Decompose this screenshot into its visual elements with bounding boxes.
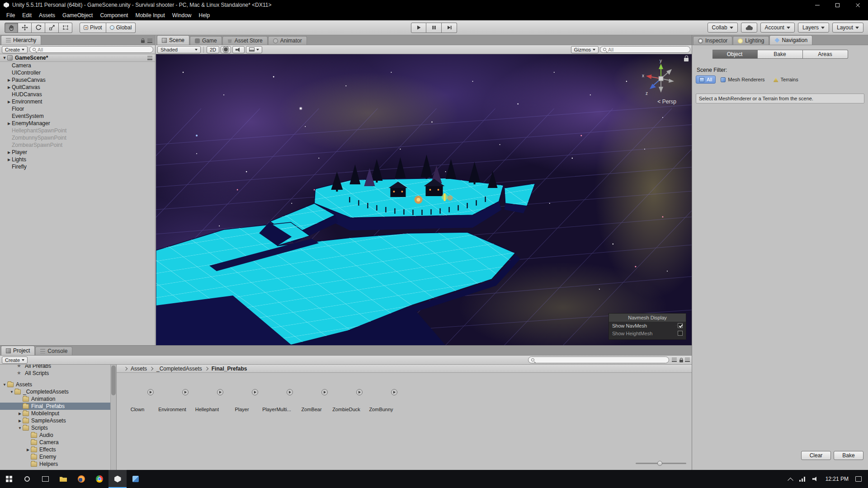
hierarchy-create-button[interactable]: Create — [2, 46, 28, 53]
asset-item[interactable]: ZombieDuck — [333, 379, 360, 412]
scene-header-row[interactable]: ▼ GameScene* — [0, 54, 155, 62]
scene-filter-button[interactable]: Terrains — [770, 75, 802, 84]
taskbar-app-icon[interactable] — [72, 470, 90, 488]
scene-filter-button[interactable]: Mesh Renderers — [717, 75, 768, 84]
taskbar-clock[interactable]: 12:21 PM — [826, 476, 849, 482]
expand-arrow-icon[interactable]: ▶ — [6, 100, 12, 104]
checkbox[interactable] — [678, 331, 683, 336]
slider-thumb[interactable] — [657, 461, 662, 466]
project-tree-item[interactable]: Final_Prefabs — [0, 403, 116, 410]
scene-search-input[interactable]: All — [600, 46, 690, 53]
scrollbar-thumb[interactable] — [111, 366, 116, 395]
asset-item[interactable]: Clown — [124, 379, 151, 412]
pause-button[interactable] — [426, 23, 442, 33]
account-dropdown[interactable]: Account — [760, 23, 795, 33]
prefab-expand-arrow-icon[interactable] — [356, 389, 363, 395]
navigation-mode-button[interactable]: Bake — [758, 50, 803, 59]
navmesh-display-row[interactable]: Show NavMesh — [609, 322, 686, 329]
expand-arrow-icon[interactable]: ▼ — [2, 56, 7, 60]
prefab-expand-arrow-icon[interactable] — [252, 389, 258, 395]
2d-toggle-button[interactable]: 2D — [207, 46, 219, 53]
taskbar-app-icon[interactable] — [18, 470, 36, 488]
hierarchy-item[interactable]: HellephantSpawnPoint — [0, 127, 155, 134]
expand-arrow-icon[interactable]: ▶ — [6, 150, 12, 155]
effects-dropdown[interactable] — [246, 46, 262, 53]
panel-tab[interactable]: Lighting — [733, 36, 769, 45]
shading-mode-dropdown[interactable]: Shaded — [157, 46, 201, 53]
breadcrumb-item[interactable]: _CompletedAssets — [147, 366, 202, 372]
gizmos-dropdown[interactable]: Gizmos — [571, 46, 599, 53]
project-tree-item[interactable]: All Scripts — [0, 370, 116, 377]
tree-scrollbar[interactable] — [110, 365, 116, 470]
asset-item[interactable]: ZomBunny — [368, 379, 395, 412]
breadcrumb-item[interactable]: Final_Prefabs — [202, 366, 247, 372]
hierarchy-item[interactable]: ▶ Lights — [0, 156, 155, 163]
panel-lock-icon[interactable] — [679, 360, 683, 362]
project-create-button[interactable]: Create — [2, 357, 28, 364]
hierarchy-item[interactable]: Camera — [0, 62, 155, 69]
panel-tab[interactable]: Navigation — [769, 35, 812, 45]
scene-viewport[interactable]: y x z < Persp Navmesh Display Show NavMe… — [156, 54, 692, 345]
lighting-toggle-button[interactable] — [221, 46, 231, 53]
hierarchy-item[interactable]: ZombearSpawnPoint — [0, 141, 155, 149]
navigation-mode-button[interactable]: Areas — [803, 50, 848, 59]
menu-item[interactable]: Help — [195, 10, 214, 20]
tray-icon[interactable] — [788, 477, 793, 483]
project-tree-item[interactable]: ▼ Assets — [0, 381, 116, 388]
asset-item[interactable]: Player — [228, 379, 255, 412]
prefab-expand-arrow-icon[interactable] — [182, 389, 189, 395]
minimize-button[interactable] — [807, 0, 827, 10]
tab-hierarchy[interactable]: Hierarchy — [1, 35, 41, 45]
taskbar-app-icon[interactable] — [127, 470, 145, 488]
hierarchy-item[interactable]: ZombunnySpawnPoint — [0, 134, 155, 141]
lock-icon[interactable] — [684, 58, 689, 61]
panel-tab[interactable]: Project — [1, 346, 35, 355]
project-tree-item[interactable]: Helpers — [0, 460, 116, 468]
project-tree-item[interactable]: ▶ SampleAssets — [0, 417, 116, 424]
hand-tool-button[interactable] — [5, 23, 18, 33]
navigation-mode-button[interactable]: Object — [712, 50, 758, 59]
project-tree-item[interactable]: ▶ MobileInput — [0, 410, 116, 417]
asset-item[interactable]: Hellephant — [193, 379, 221, 412]
expand-arrow-icon[interactable]: ▶ — [17, 419, 23, 423]
gizmo-z-label[interactable]: z — [646, 91, 648, 96]
hierarchy-item[interactable]: ▶ Environment — [0, 98, 155, 105]
expand-arrow-icon[interactable]: ▶ — [6, 122, 12, 126]
menu-item[interactable]: GameObject — [59, 10, 96, 20]
panel-lock-icon[interactable] — [141, 40, 145, 43]
expand-arrow-icon[interactable]: ▶ — [6, 158, 12, 162]
menu-item[interactable]: Edit — [19, 10, 35, 20]
breadcrumb-item[interactable]: Assets — [121, 366, 147, 372]
expand-arrow-icon[interactable]: ▶ — [25, 448, 31, 452]
hierarchy-item[interactable]: ▶ QuitCanvas — [0, 84, 155, 91]
view-tab[interactable]: Game — [190, 36, 222, 45]
menu-item[interactable]: Window — [169, 10, 195, 20]
project-tree-item[interactable]: ▼ Scripts — [0, 424, 116, 432]
prefab-expand-arrow-icon[interactable] — [147, 389, 154, 395]
rect-tool-button[interactable] — [59, 23, 72, 33]
audio-toggle-button[interactable] — [232, 46, 245, 53]
navmesh-display-row[interactable]: Show HeightMesh — [609, 329, 686, 337]
hierarchy-item[interactable]: EventSystem — [0, 113, 155, 120]
project-tree-item[interactable]: Audio — [0, 432, 116, 439]
menu-item[interactable]: Mobile Input — [132, 10, 168, 20]
hierarchy-item[interactable]: ▶ EnemyManager — [0, 120, 155, 127]
asset-labels-icon[interactable] — [672, 358, 677, 362]
taskbar-app-icon[interactable] — [36, 470, 54, 488]
prefab-expand-arrow-icon[interactable] — [217, 389, 223, 395]
hierarchy-item[interactable]: UIController — [0, 69, 155, 76]
scene-filter-button[interactable]: All — [696, 75, 716, 84]
rotate-tool-button[interactable] — [32, 23, 45, 33]
expand-arrow-icon[interactable]: ▶ — [6, 78, 12, 82]
hierarchy-search-input[interactable]: All — [29, 46, 153, 53]
checkbox[interactable] — [678, 323, 683, 328]
maximize-button[interactable] — [827, 0, 848, 10]
scale-tool-button[interactable] — [45, 23, 59, 33]
tray-icon[interactable] — [812, 476, 819, 482]
gizmo-x-label[interactable]: x — [642, 73, 644, 78]
clear-button[interactable]: Clear — [801, 451, 831, 460]
cloud-button[interactable] — [741, 23, 757, 33]
asset-item[interactable]: PlayerMulti... — [263, 379, 290, 412]
taskbar-app-icon[interactable] — [108, 470, 127, 488]
hierarchy-item[interactable]: ▶ Player — [0, 149, 155, 156]
